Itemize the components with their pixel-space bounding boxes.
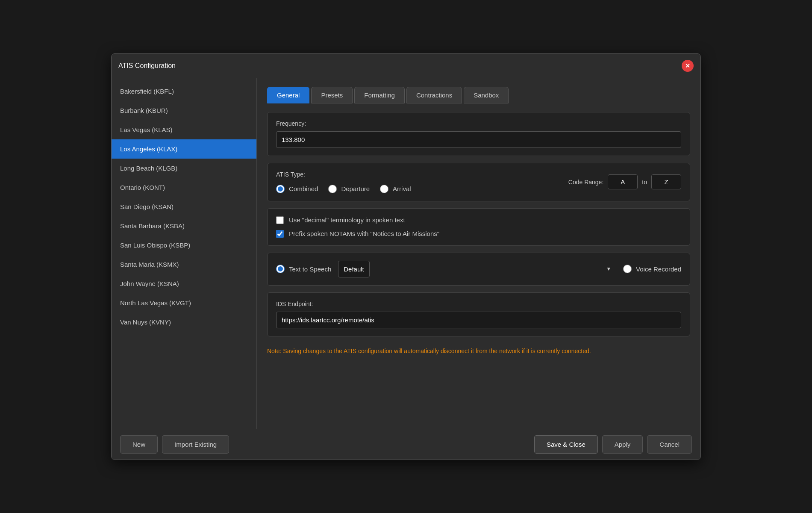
- save-close-button[interactable]: Save & Close: [534, 435, 598, 454]
- sidebar-list: Bakersfield (KBFL) Burbank (KBUR) Las Ve…: [112, 82, 256, 425]
- combined-radio[interactable]: [276, 185, 285, 193]
- departure-radio-label[interactable]: Departure: [328, 185, 370, 193]
- notams-checkbox[interactable]: [276, 230, 284, 238]
- voice-recorded-radio[interactable]: [623, 265, 632, 273]
- voice-recorded-text: Voice Recorded: [636, 265, 681, 273]
- footer-left-buttons: New Import Existing: [120, 435, 229, 454]
- new-button[interactable]: New: [120, 435, 158, 454]
- frequency-input[interactable]: [276, 131, 681, 148]
- code-range-group: Code Range: to: [568, 174, 681, 189]
- sidebar-item-santa-maria[interactable]: Santa Maria (KSMX): [112, 255, 256, 274]
- sidebar-item-santa-barbara[interactable]: Santa Barbara (KSBA): [112, 216, 256, 236]
- sidebar-item-bakersfield[interactable]: Bakersfield (KBFL): [112, 82, 256, 101]
- code-range-from-input[interactable]: [608, 174, 638, 189]
- ids-label: IDS Endpoint:: [276, 301, 681, 307]
- tts-label: Text to Speech: [289, 265, 331, 273]
- code-range-to-input[interactable]: [651, 174, 681, 189]
- apply-button[interactable]: Apply: [602, 435, 643, 454]
- sidebar-item-san-diego[interactable]: San Diego (KSAN): [112, 197, 256, 216]
- options-section: Use "decimal" terminology in spoken text…: [267, 208, 690, 246]
- chevron-down-icon: ▼: [606, 266, 611, 272]
- ids-input[interactable]: [276, 312, 681, 328]
- sidebar-item-ontario[interactable]: Ontario (KONT): [112, 178, 256, 197]
- tts-radio[interactable]: [276, 265, 285, 273]
- sidebar-item-north-las-vegas[interactable]: North Las Vegas (KVGT): [112, 293, 256, 313]
- arrival-label: Arrival: [393, 185, 411, 192]
- notams-label[interactable]: Prefix spoken NOTAMs with "Notices to Ai…: [289, 230, 439, 237]
- departure-radio[interactable]: [328, 185, 337, 193]
- title-bar: ATIS Configuration ✕: [112, 54, 700, 78]
- sidebar-item-san-luis-obispo[interactable]: San Luis Obispo (KSBP): [112, 236, 256, 255]
- tab-contractions[interactable]: Contractions: [406, 87, 462, 103]
- voice-recorded-label[interactable]: Voice Recorded: [623, 265, 681, 273]
- atis-type-row: ATIS Type: Combined Departure: [276, 171, 681, 193]
- note-text: Note: Saving changes to the ATIS configu…: [267, 343, 690, 359]
- sidebar-item-john-wayne[interactable]: John Wayne (KSNA): [112, 274, 256, 293]
- decimal-label[interactable]: Use "decimal" terminology in spoken text: [289, 216, 405, 224]
- tab-formatting[interactable]: Formatting: [354, 87, 405, 103]
- atis-type-section: ATIS Type: Combined Departure: [267, 163, 690, 201]
- code-range-label: Code Range:: [568, 179, 604, 186]
- tts-row: Text to Speech Default ▼ Voice Recorded: [276, 261, 681, 277]
- dialog: ATIS Configuration ✕ Bakersfield (KBFL) …: [111, 53, 701, 460]
- atis-type-label: ATIS Type:: [276, 171, 411, 178]
- tts-radio-label[interactable]: Text to Speech: [276, 265, 331, 273]
- arrival-radio[interactable]: [380, 185, 388, 193]
- cancel-button[interactable]: Cancel: [647, 435, 692, 454]
- tab-presets[interactable]: Presets: [311, 87, 353, 103]
- ids-section: IDS Endpoint:: [267, 292, 690, 336]
- notams-row: Prefix spoken NOTAMs with "Notices to Ai…: [276, 230, 681, 238]
- sidebar-item-los-angeles[interactable]: Los Angeles (KLAX): [112, 139, 256, 159]
- tts-select-wrapper: Default ▼: [338, 261, 616, 277]
- decimal-row: Use "decimal" terminology in spoken text: [276, 216, 681, 224]
- tab-bar: General Presets Formatting Contractions …: [267, 87, 690, 103]
- sidebar-item-las-vegas[interactable]: Las Vegas (KLAS): [112, 120, 256, 139]
- sidebar-item-burbank[interactable]: Burbank (KBUR): [112, 101, 256, 120]
- dialog-title: ATIS Configuration: [118, 62, 176, 70]
- atis-type-radios: Combined Departure Arrival: [276, 185, 411, 193]
- content-area: Bakersfield (KBFL) Burbank (KBUR) Las Ve…: [112, 78, 700, 429]
- tts-section: Text to Speech Default ▼ Voice Recorded: [267, 253, 690, 286]
- sidebar-item-van-nuys[interactable]: Van Nuys (KVNY): [112, 313, 256, 332]
- atis-type-left: ATIS Type: Combined Departure: [276, 171, 411, 193]
- footer-right-buttons: Save & Close Apply Cancel: [534, 435, 692, 454]
- footer: New Import Existing Save & Close Apply C…: [112, 429, 700, 460]
- tts-select[interactable]: Default: [338, 261, 370, 277]
- import-button[interactable]: Import Existing: [162, 435, 229, 454]
- tab-general[interactable]: General: [267, 87, 309, 103]
- combined-radio-label[interactable]: Combined: [276, 185, 318, 193]
- close-button[interactable]: ✕: [682, 60, 694, 72]
- tab-sandbox[interactable]: Sandbox: [464, 87, 509, 103]
- decimal-checkbox[interactable]: [276, 216, 284, 224]
- code-range-separator: to: [642, 179, 647, 186]
- sidebar-item-long-beach[interactable]: Long Beach (KLGB): [112, 159, 256, 178]
- combined-label: Combined: [289, 185, 318, 192]
- departure-label: Departure: [341, 185, 370, 192]
- frequency-label: Frequency:: [276, 120, 681, 127]
- frequency-section: Frequency:: [267, 112, 690, 156]
- sidebar: Bakersfield (KBFL) Burbank (KBUR) Las Ve…: [112, 78, 257, 429]
- main-panel: General Presets Formatting Contractions …: [257, 78, 700, 429]
- arrival-radio-label[interactable]: Arrival: [380, 185, 411, 193]
